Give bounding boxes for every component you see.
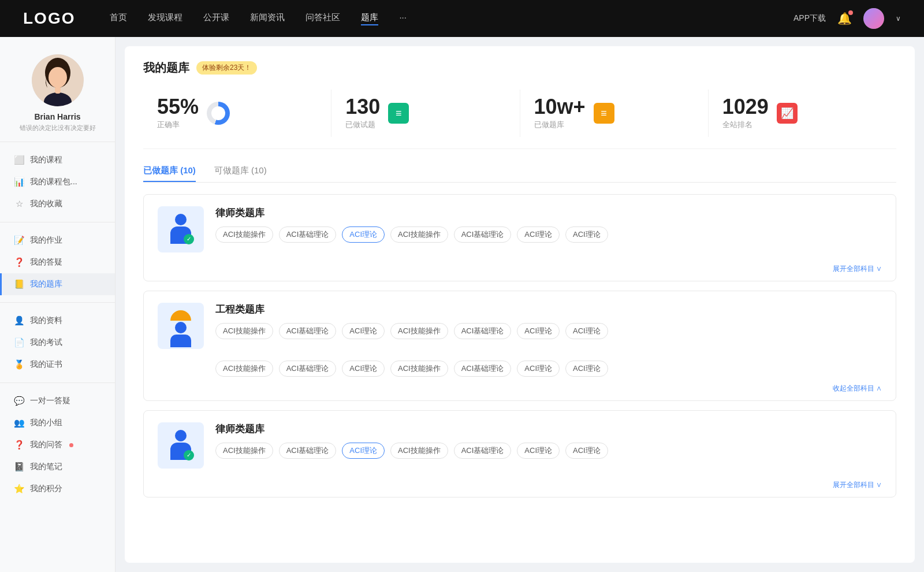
stat-accuracy: 55% 正确率 — [143, 90, 331, 137]
collapse-button-2[interactable]: 收起全部科目 ∧ — [833, 384, 882, 393]
bank-tag-2-1[interactable]: ACI基础理论 — [279, 323, 337, 339]
sidebar-profile: Brian Harris 错误的决定比没有决定要好 — [0, 54, 115, 132]
group-icon: 👥 — [14, 418, 24, 428]
sidebar-item-certificate[interactable]: 🏅 我的证书 — [0, 354, 115, 376]
bank-tag-2r-0[interactable]: ACI技能操作 — [215, 361, 273, 377]
clipboard-icon: ⬜ — [14, 155, 24, 165]
app-download-button[interactable]: APP下载 — [793, 13, 826, 24]
stat-ranking-label: 全站排名 — [722, 120, 769, 130]
bank-tag-1-6[interactable]: ACI理论 — [565, 226, 608, 243]
nav-news[interactable]: 新闻资讯 — [250, 12, 285, 25]
notification-bell[interactable]: 🔔 — [837, 12, 852, 25]
bank-tag-1-0[interactable]: ACI技能操作 — [215, 226, 273, 243]
trial-badge: 体验剩余23天！ — [196, 61, 257, 75]
sidebar: Brian Harris 错误的决定比没有决定要好 ⬜ 我的课程 📊 我的课程包… — [0, 37, 116, 572]
done-banks-icon: ≡ — [594, 103, 614, 124]
bank-tag-2r-1[interactable]: ACI基础理论 — [279, 361, 337, 377]
bank-tags-2: ACI技能操作 ACI基础理论 ACI理论 ACI技能操作 ACI基础理论 AC… — [215, 323, 882, 339]
stat-accuracy-value: 55% — [157, 96, 199, 117]
bank-tags-1: ACI技能操作 ACI基础理论 ACI理论 ACI技能操作 ACI基础理论 AC… — [215, 226, 882, 243]
sidebar-divider-2 — [0, 222, 115, 222]
bank-section-lawyer-1: ✓ 律师类题库 ACI技能操作 ACI基础理论 ACI理论 ACI技能操作 AC… — [143, 194, 896, 281]
sidebar-item-group[interactable]: 👥 我的小组 — [0, 412, 115, 434]
sidebar-motto: 错误的决定比没有决定要好 — [20, 124, 96, 132]
bank-tag-2-2[interactable]: ACI理论 — [342, 323, 385, 339]
nav-bank[interactable]: 题库 — [361, 12, 378, 25]
bank-tag-2r-6[interactable]: ACI理论 — [565, 361, 608, 377]
tab-done-banks[interactable]: 已做题库 (10) — [143, 165, 196, 182]
lawyer-figure-2: ✓ — [166, 430, 195, 462]
sidebar-user-name: Brian Harris — [34, 112, 80, 121]
stat-done-banks-value-area: 10w+ 已做题库 — [534, 96, 586, 130]
test-icon: 📄 — [14, 337, 24, 348]
nav-qa[interactable]: 问答社区 — [305, 12, 340, 25]
bank-name-1: 律师类题库 — [215, 206, 882, 220]
bank-tag-1-4[interactable]: ACI基础理论 — [454, 226, 512, 243]
engineer-body — [170, 335, 191, 347]
stats-row: 55% 正确率 130 已做试题 ≡ 10w+ 已做题库 ≡ — [143, 90, 896, 149]
sidebar-item-homework[interactable]: 📝 我的作业 — [0, 229, 115, 251]
bank-tag-1-1[interactable]: ACI基础理论 — [279, 226, 337, 243]
sidebar-item-my-course[interactable]: ⬜ 我的课程 — [0, 149, 115, 171]
bank-tag-3-2[interactable]: ACI理论 — [342, 443, 385, 459]
sidebar-avatar — [32, 54, 84, 106]
note-icon: 📓 — [14, 462, 24, 472]
person-head-2 — [175, 430, 187, 441]
sidebar-menu: ⬜ 我的课程 📊 我的课程包... ☆ 我的收藏 📝 我的作业 ❓ 我的答疑 📒 — [0, 149, 115, 500]
bank-tag-2-5[interactable]: ACI理论 — [517, 323, 560, 339]
bank-tag-3-6[interactable]: ACI理论 — [565, 443, 608, 459]
bank-tag-2-4[interactable]: ACI基础理论 — [454, 323, 512, 339]
bank-footer-1: 展开全部科目 ∨ — [144, 264, 896, 281]
sidebar-item-course-package[interactable]: 📊 我的课程包... — [0, 171, 115, 193]
sidebar-item-points[interactable]: ⭐ 我的积分 — [0, 478, 115, 500]
user-menu-chevron[interactable]: ∨ — [896, 14, 901, 23]
expand-button-3[interactable]: 展开全部科目 ∨ — [833, 480, 882, 490]
sidebar-item-exam[interactable]: 📄 我的考试 — [0, 332, 115, 354]
page-title: 我的题库 — [143, 60, 189, 76]
sidebar-item-qa[interactable]: ❓ 我的答疑 — [0, 251, 115, 273]
bank-tag-2-0[interactable]: ACI技能操作 — [215, 323, 273, 339]
bank-tag-1-3[interactable]: ACI技能操作 — [390, 226, 448, 243]
bank-tag-2r-5[interactable]: ACI理论 — [517, 361, 560, 377]
bank-tag-3-0[interactable]: ACI技能操作 — [215, 443, 273, 459]
sidebar-item-profile[interactable]: 👤 我的资料 — [0, 310, 115, 332]
sidebar-item-my-qa[interactable]: ❓ 我的问答 — [0, 434, 115, 456]
notification-dot — [848, 10, 853, 15]
avatar[interactable] — [863, 8, 884, 29]
question-icon: ❓ — [14, 257, 24, 268]
bank-tag-3-4[interactable]: ACI基础理论 — [454, 443, 512, 459]
doc-icon: 📝 — [14, 235, 24, 246]
done-questions-icon: ≡ — [388, 103, 409, 124]
expand-button-1[interactable]: 展开全部科目 ∨ — [833, 264, 882, 274]
bank-tag-2r-2[interactable]: ACI理论 — [342, 361, 385, 377]
bank-tag-1-5[interactable]: ACI理论 — [517, 226, 560, 243]
bank-tag-1-2[interactable]: ACI理论 — [342, 226, 385, 243]
header-right: APP下载 🔔 ∨ — [793, 8, 901, 29]
bank-tag-3-1[interactable]: ACI基础理论 — [279, 443, 337, 459]
nav-home[interactable]: 首页 — [110, 12, 127, 25]
bank-tag-2r-3[interactable]: ACI技能操作 — [390, 361, 448, 377]
nav-more[interactable]: ··· — [399, 12, 407, 25]
nav-discover[interactable]: 发现课程 — [148, 12, 182, 25]
stat-done-banks-label: 已做题库 — [534, 120, 586, 130]
sidebar-divider-3 — [0, 302, 115, 303]
nav-open-course[interactable]: 公开课 — [203, 12, 229, 25]
sidebar-item-one-on-one[interactable]: 💬 一对一答疑 — [0, 390, 115, 412]
bank-name-2: 工程类题库 — [215, 303, 882, 316]
bank-tag-3-3[interactable]: ACI技能操作 — [390, 443, 448, 459]
sidebar-item-favorites[interactable]: ☆ 我的收藏 — [0, 193, 115, 215]
bank-tags-3: ACI技能操作 ACI基础理论 ACI理论 ACI技能操作 ACI基础理论 AC… — [215, 443, 882, 459]
bank-tag-2-3[interactable]: ACI技能操作 — [390, 323, 448, 339]
lawyer-figure-1: ✓ — [166, 214, 195, 246]
sidebar-item-notes[interactable]: 📓 我的笔记 — [0, 456, 115, 478]
bank-tag-2r-4[interactable]: ACI基础理论 — [454, 361, 512, 377]
bank-section-inner-3: ✓ 律师类题库 ACI技能操作 ACI基础理论 ACI理论 ACI技能操作 AC… — [144, 411, 896, 480]
stat-ranking-value: 1029 — [722, 96, 769, 117]
bank-tag-3-5[interactable]: ACI理论 — [517, 443, 560, 459]
tab-available-banks[interactable]: 可做题库 (10) — [214, 165, 267, 182]
bank-section-inner-2: 工程类题库 ACI技能操作 ACI基础理论 ACI理论 ACI技能操作 ACI基… — [144, 291, 896, 361]
bank-tag-2-6[interactable]: ACI理论 — [565, 323, 608, 339]
person-badge-2: ✓ — [184, 450, 194, 460]
stat-ranking-value-area: 1029 全站排名 — [722, 96, 769, 130]
sidebar-item-bank[interactable]: 📒 我的题库 — [0, 273, 115, 295]
